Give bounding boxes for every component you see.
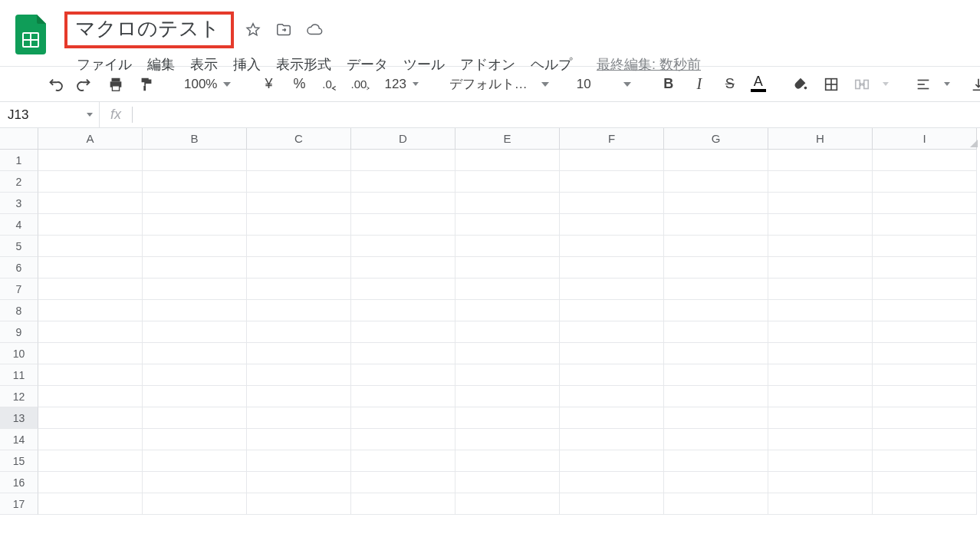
row-header[interactable]: 11 (0, 364, 38, 386)
col-header[interactable]: G (664, 128, 768, 150)
merge-cells-button[interactable] (852, 74, 872, 94)
cell[interactable] (873, 236, 977, 257)
cell[interactable] (873, 214, 977, 236)
font-family-dropdown[interactable]: デフォルト… (446, 75, 531, 93)
cell[interactable] (664, 472, 768, 493)
star-icon[interactable] (245, 21, 261, 38)
menu-help[interactable]: ヘルプ (523, 52, 580, 77)
cell[interactable] (351, 450, 455, 472)
cell[interactable] (38, 300, 143, 321)
fill-color-button[interactable] (791, 74, 811, 94)
cell[interactable] (664, 386, 768, 407)
col-header[interactable]: A (38, 128, 143, 150)
cell[interactable] (664, 407, 768, 429)
cell[interactable] (768, 214, 873, 236)
cell[interactable] (768, 493, 873, 515)
cell[interactable] (143, 214, 247, 236)
cell[interactable] (38, 493, 143, 515)
cell[interactable] (38, 150, 143, 171)
cell[interactable] (38, 364, 143, 386)
cell[interactable] (873, 364, 977, 386)
cell[interactable] (351, 386, 455, 407)
vertical-align-button[interactable] (968, 74, 980, 94)
font-size-dropdown[interactable]: 10 (574, 77, 634, 92)
cell[interactable] (247, 407, 351, 429)
zoom-dropdown[interactable]: 100% (181, 77, 234, 92)
row-header[interactable]: 7 (0, 278, 38, 300)
cell[interactable] (351, 472, 455, 493)
cell[interactable] (768, 343, 873, 364)
row-header[interactable]: 17 (0, 493, 38, 515)
cell[interactable] (143, 236, 247, 257)
row-header[interactable]: 5 (0, 236, 38, 257)
cell[interactable] (455, 236, 560, 257)
row-header[interactable]: 6 (0, 257, 38, 278)
cell[interactable] (664, 343, 768, 364)
cell[interactable] (351, 343, 455, 364)
cell[interactable] (873, 343, 977, 364)
cell[interactable] (247, 472, 351, 493)
cell[interactable] (560, 171, 664, 193)
cell[interactable] (873, 300, 977, 321)
cell[interactable] (143, 472, 247, 493)
cell[interactable] (560, 236, 664, 257)
cell[interactable] (768, 236, 873, 257)
name-box[interactable]: J13 (0, 102, 100, 127)
row-header[interactable]: 15 (0, 450, 38, 472)
cell[interactable] (247, 343, 351, 364)
cell[interactable] (143, 493, 247, 515)
col-header[interactable]: E (455, 128, 560, 150)
col-header[interactable]: I (873, 128, 977, 150)
row-header[interactable]: 4 (0, 214, 38, 236)
cell[interactable] (143, 364, 247, 386)
cell[interactable] (768, 300, 873, 321)
cell[interactable] (38, 193, 143, 214)
cell[interactable] (560, 429, 664, 450)
cell[interactable] (873, 193, 977, 214)
cell[interactable] (455, 257, 560, 278)
col-header[interactable]: B (143, 128, 247, 150)
cell[interactable] (664, 257, 768, 278)
cell[interactable] (664, 236, 768, 257)
cell[interactable] (664, 171, 768, 193)
menu-file[interactable]: ファイル (69, 52, 140, 77)
cell[interactable] (664, 278, 768, 300)
cell[interactable] (768, 386, 873, 407)
cell[interactable] (247, 171, 351, 193)
menu-data[interactable]: データ (339, 52, 396, 77)
select-all-corner[interactable] (0, 128, 38, 150)
cell[interactable] (664, 364, 768, 386)
cell[interactable] (768, 257, 873, 278)
cell[interactable] (143, 407, 247, 429)
cell[interactable] (768, 150, 873, 171)
cell[interactable] (664, 321, 768, 343)
cell[interactable] (455, 150, 560, 171)
cell[interactable] (560, 150, 664, 171)
cell[interactable] (38, 386, 143, 407)
cell[interactable] (38, 429, 143, 450)
cell[interactable] (38, 450, 143, 472)
row-header[interactable]: 3 (0, 193, 38, 214)
cell[interactable] (455, 450, 560, 472)
borders-button[interactable] (821, 74, 841, 94)
row-header[interactable]: 8 (0, 300, 38, 321)
cell[interactable] (455, 214, 560, 236)
col-header[interactable]: C (247, 128, 351, 150)
row-header[interactable]: 14 (0, 429, 38, 450)
cell[interactable] (455, 343, 560, 364)
cell[interactable] (455, 321, 560, 343)
cell[interactable] (247, 364, 351, 386)
text-color-button[interactable]: A (751, 76, 766, 92)
col-header[interactable]: D (351, 128, 455, 150)
redo-button[interactable] (75, 74, 95, 94)
cell[interactable] (143, 300, 247, 321)
cell[interactable] (247, 193, 351, 214)
menu-format[interactable]: 表示形式 (268, 52, 339, 77)
cell[interactable] (873, 171, 977, 193)
last-edit-link[interactable]: 最終編集: 数秒前 (597, 55, 701, 74)
cell[interactable] (351, 257, 455, 278)
cell[interactable] (768, 278, 873, 300)
cell[interactable] (38, 214, 143, 236)
menu-addons[interactable]: アドオン (452, 52, 523, 77)
formula-input[interactable] (133, 102, 980, 127)
